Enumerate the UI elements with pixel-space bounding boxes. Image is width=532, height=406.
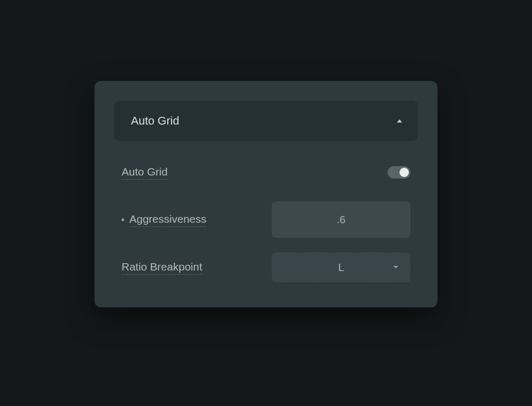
caret-down-icon xyxy=(393,265,399,269)
settings-list: Auto Grid Aggressiveness .6 Ratio Breakp… xyxy=(114,158,418,282)
setting-row-ratio-breakpoint: Ratio Breakpoint L xyxy=(122,252,410,282)
setting-row-aggressiveness: Aggressiveness .6 xyxy=(122,201,410,238)
section-title: Auto Grid xyxy=(131,114,179,128)
settings-panel: Auto Grid Auto Grid Aggressiveness .6 xyxy=(95,81,437,307)
bullet-icon xyxy=(122,219,124,221)
toggle-knob xyxy=(400,168,409,177)
aggressiveness-label: Aggressiveness xyxy=(129,213,206,227)
setting-label-wrap: Auto Grid xyxy=(122,166,168,180)
aggressiveness-input[interactable]: .6 xyxy=(272,201,410,238)
ratio-breakpoint-value: L xyxy=(338,262,344,274)
section-header[interactable]: Auto Grid xyxy=(114,101,418,141)
aggressiveness-value: .6 xyxy=(337,214,345,226)
auto-grid-toggle[interactable] xyxy=(388,166,410,179)
setting-row-auto-grid: Auto Grid xyxy=(122,158,410,187)
ratio-breakpoint-select[interactable]: L xyxy=(272,252,410,282)
setting-label-wrap: Ratio Breakpoint xyxy=(122,261,202,275)
auto-grid-label: Auto Grid xyxy=(122,166,168,180)
chevron-up-icon xyxy=(396,117,403,125)
setting-label-wrap: Aggressiveness xyxy=(122,213,206,227)
ratio-breakpoint-label: Ratio Breakpoint xyxy=(122,261,202,275)
